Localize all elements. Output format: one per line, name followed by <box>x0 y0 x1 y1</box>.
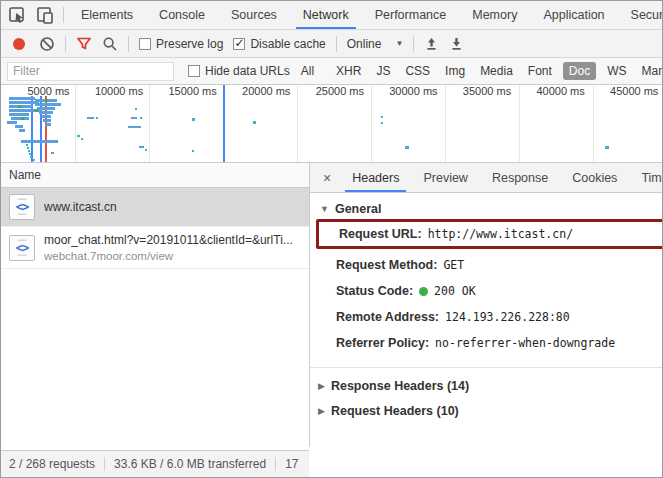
section-title: General <box>335 202 382 216</box>
tab-sources[interactable]: Sources <box>218 1 290 29</box>
hide-data-urls-checkbox[interactable]: Hide data URLs <box>188 64 290 78</box>
export-har-icon[interactable] <box>449 36 464 51</box>
tab-network[interactable]: Network <box>290 1 362 29</box>
record-icon[interactable] <box>13 38 25 50</box>
disable-cache-label: Disable cache <box>250 37 325 51</box>
timeline-ruler: 5000 ms 10000 ms 15000 ms 20000 ms 25000… <box>1 85 662 98</box>
headers-content: ▼ General Request URL: http://www.itcast… <box>310 193 663 447</box>
document-icon: ══<>══ <box>9 235 35 261</box>
section-title: Response Headers (14) <box>331 379 469 393</box>
devtools-tool-icons <box>1 1 68 29</box>
network-panes: Name ══<>══ www.itcast.cn ══<>══ moor_ch… <box>1 163 662 447</box>
type-filter-ws[interactable]: WS <box>603 62 630 80</box>
waterfall-dot <box>381 122 383 124</box>
waterfall-bar <box>39 111 53 114</box>
request-method-value: GET <box>443 258 464 272</box>
response-headers-section[interactable]: ▶ Response Headers (14) <box>310 368 663 393</box>
disable-cache-checkbox[interactable]: Disable cache <box>233 37 325 51</box>
section-title: Request Headers (10) <box>331 404 459 418</box>
tab-label: Memory <box>472 8 517 22</box>
filter-funnel-icon[interactable] <box>76 36 92 51</box>
triangle-down-icon: ▼ <box>320 204 329 214</box>
tab-console[interactable]: Console <box>146 1 218 29</box>
request-url-highlight-box: Request URL: http://www.itcast.cn/ <box>316 219 663 249</box>
waterfall-dot <box>81 138 83 140</box>
import-har-icon[interactable] <box>424 36 439 51</box>
waterfall-green-dot <box>35 109 38 112</box>
network-status-bar: 2 / 268 requests 33.6 KB / 6.0 MB transf… <box>1 450 309 477</box>
tab-response[interactable]: Response <box>480 163 560 192</box>
type-filter-xhr[interactable]: XHR <box>332 62 365 80</box>
status-code-row: Status Code: 200 OK <box>310 278 663 304</box>
close-icon[interactable]: × <box>314 163 340 192</box>
toolbar-divider <box>413 36 414 52</box>
tab-memory[interactable]: Memory <box>459 1 530 29</box>
tab-headers[interactable]: Headers <box>340 163 411 192</box>
toolbar-divider <box>336 36 337 52</box>
waterfall-dot <box>135 108 137 110</box>
device-toolbar-icon[interactable] <box>35 6 55 25</box>
waterfall-dot <box>32 159 35 161</box>
timeline-divider-line <box>223 85 225 162</box>
request-row-itcast[interactable]: ══<>══ www.itcast.cn <box>1 188 309 227</box>
request-method-label: Request Method: <box>336 258 437 272</box>
tab-preview[interactable]: Preview <box>411 163 479 192</box>
waterfall-dot <box>29 153 31 155</box>
waterfall-bar <box>9 105 33 108</box>
toolbar-divider <box>65 36 66 52</box>
tab-elements[interactable]: Elements <box>68 1 146 29</box>
name-column-header[interactable]: Name <box>1 163 309 188</box>
network-overview[interactable]: 5000 ms 10000 ms 15000 ms 20000 ms 25000… <box>1 85 662 163</box>
request-row-moor-chat[interactable]: ══<>══ moor_chat.html?v=20191011&clientI… <box>1 227 309 269</box>
type-filter-manifest[interactable]: Manifest <box>638 62 663 80</box>
type-filter-js[interactable]: JS <box>372 62 394 80</box>
request-details-pane: × Headers Preview Response Cookies Timin… <box>309 163 663 447</box>
ruler-tick: 30000 ms <box>369 85 443 98</box>
type-filter-font[interactable]: Font <box>524 62 556 80</box>
tab-label: Timing <box>641 171 663 185</box>
search-icon[interactable] <box>102 36 118 52</box>
waterfall-dot <box>145 149 147 151</box>
network-conditions-select[interactable]: Online ▼ <box>347 37 404 51</box>
waterfall-green-dot <box>18 105 21 108</box>
type-filter-all[interactable]: All <box>297 62 318 80</box>
main-tabbar: Elements Console Sources Network Perform… <box>1 1 662 30</box>
ruler-tick: 40000 ms <box>516 85 590 98</box>
waterfall-dot <box>139 146 144 148</box>
type-filter-css[interactable]: CSS <box>401 62 434 80</box>
ruler-tick: 45000 ms <box>590 85 662 98</box>
filter-input[interactable] <box>7 62 174 81</box>
tab-performance[interactable]: Performance <box>362 1 460 29</box>
document-icon: ══<>══ <box>9 194 35 220</box>
request-name: www.itcast.cn <box>44 200 117 214</box>
tab-application[interactable]: Application <box>530 1 617 29</box>
tab-timing[interactable]: Timing <box>629 163 663 192</box>
type-filter-doc[interactable]: Doc <box>563 62 596 80</box>
waterfall-bar <box>37 107 55 110</box>
waterfall-dot <box>405 146 409 149</box>
type-filter-img[interactable]: Img <box>441 62 469 80</box>
tab-label: Elements <box>81 8 133 22</box>
tab-cookies[interactable]: Cookies <box>560 163 629 192</box>
waterfall-bar <box>35 103 61 106</box>
request-url-value: http://www.itcast.cn/ <box>428 227 573 241</box>
preserve-log-checkbox[interactable]: Preserve log <box>139 37 223 51</box>
type-filter-media[interactable]: Media <box>476 62 517 80</box>
details-tabbar: × Headers Preview Response Cookies Timin… <box>310 163 663 193</box>
waterfall-bar <box>21 140 58 143</box>
request-method-row: Request Method: GET <box>310 252 663 278</box>
inspect-element-icon[interactable] <box>8 6 27 25</box>
status-green-dot-icon <box>419 287 428 296</box>
waterfall-green-dot <box>21 117 24 120</box>
tab-security[interactable]: Security <box>618 1 663 29</box>
request-domain: webchat.7moor.com/view <box>44 250 293 262</box>
tab-label: Application <box>543 8 604 22</box>
general-section-header[interactable]: ▼ General <box>310 202 663 216</box>
waterfall-dot <box>77 135 80 137</box>
remote-address-label: Remote Address: <box>336 310 439 324</box>
waterfall-bar <box>15 125 23 128</box>
waterfall-bar <box>41 115 51 118</box>
clear-icon[interactable] <box>39 36 55 52</box>
request-headers-section[interactable]: ▶ Request Headers (10) <box>310 393 663 418</box>
ruler-tick: 25000 ms <box>295 85 369 98</box>
